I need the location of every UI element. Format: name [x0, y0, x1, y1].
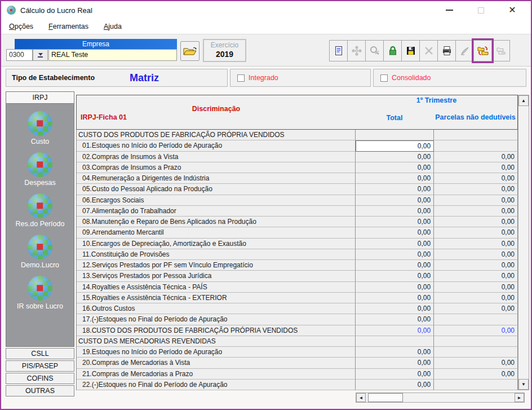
new-document-button[interactable]: [329, 40, 348, 61]
close-button[interactable]: ✕: [505, 3, 520, 17]
table-row[interactable]: 13.Serviços Prestados por Pessoa Jurídic…: [77, 271, 518, 281]
row-total-cell[interactable]: 0,00: [356, 358, 434, 368]
save-button[interactable]: [401, 40, 420, 61]
row-parcelas-cell[interactable]: 0,00: [434, 271, 518, 281]
row-total-cell[interactable]: 0,00: [356, 271, 434, 281]
sidebar-item-ir-sobre-lucro[interactable]: IR sobre Lucro: [17, 276, 63, 310]
row-parcelas-cell[interactable]: 0,00: [434, 173, 518, 184]
row-total-cell[interactable]: 0,00: [356, 227, 434, 238]
table-row[interactable]: 08.Manutenção e Reparo de Bens Aplicados…: [77, 217, 518, 227]
sidebar-item-despesas[interactable]: Despesas: [24, 152, 56, 187]
tab-irpj[interactable]: IRPJ: [6, 91, 74, 104]
table-row[interactable]: 21.Compras de Mercadorias a Prazo0,000,0…: [77, 369, 518, 380]
sidebar-item-demo-lucro[interactable]: Demo.Lucro: [21, 235, 59, 269]
section-row[interactable]: CUSTO DOS PRODUTOS DE FABRICAÇÃO PRÓPRIA…: [77, 130, 518, 140]
row-total-cell[interactable]: 0,00: [356, 249, 434, 260]
table-row[interactable]: 11.Constituição de Provisões0,000,00: [77, 249, 518, 260]
row-parcelas-cell[interactable]: 0,00: [434, 260, 518, 271]
open-company-button[interactable]: [180, 41, 200, 61]
print-button[interactable]: [437, 40, 456, 61]
menu-opcoes[interactable]: Opções: [9, 23, 33, 30]
table-row[interactable]: 07.Alimentação do Trabalhador0,000,00: [77, 206, 518, 217]
row-parcelas-cell[interactable]: 0,00: [434, 217, 518, 227]
row-total-cell[interactable]: 0,00: [356, 152, 434, 162]
row-parcelas-cell[interactable]: 0,00: [434, 325, 518, 336]
table-row[interactable]: 20.Compras de Mercadorias à Vista0,000,0…: [77, 358, 518, 368]
tab-csll[interactable]: CSLL: [6, 348, 74, 359]
table-row[interactable]: 03.Compras de Insumos a Prazo0,000,00: [77, 162, 518, 173]
section-row[interactable]: CUSTO DAS MERCADORIAS REVENDIDAS: [77, 336, 518, 347]
table-row[interactable]: 17.(-)Estoques no Final do Período de Ap…: [77, 314, 518, 325]
row-total-cell[interactable]: 0,00: [356, 303, 434, 314]
row-parcelas-cell[interactable]: [434, 380, 518, 390]
row-total-cell[interactable]: 0,00: [356, 195, 434, 206]
consolidado-checkbox[interactable]: [380, 74, 388, 82]
tab-pis-pasep[interactable]: PIS/PASEP: [6, 360, 74, 372]
row-parcelas-cell[interactable]: 0,00: [434, 152, 518, 162]
row-total-cell[interactable]: 0,00: [356, 173, 434, 184]
empresa-code-field[interactable]: 0300: [6, 49, 33, 61]
menu-ferramentas[interactable]: Ferramentas: [48, 23, 88, 30]
table-row[interactable]: 10.Encargos de Depreciação, Amortização …: [77, 239, 518, 249]
table-row[interactable]: 14.Royalties e Assistência Técnica - PAÍ…: [77, 282, 518, 293]
row-total-cell[interactable]: 0,00: [356, 217, 434, 227]
vertical-scrollbar[interactable]: ▲ ▼: [518, 95, 529, 390]
scroll-up-button[interactable]: ▲: [518, 95, 529, 106]
row-total-cell[interactable]: 0,00: [356, 162, 434, 173]
integrado-checkbox[interactable]: [237, 74, 245, 82]
row-parcelas-cell[interactable]: 0,00: [434, 358, 518, 368]
table-row[interactable]: 18.CUSTO DOS PRODUTOS DE FABRICAÇÃO PRÓP…: [77, 325, 518, 336]
row-parcelas-cell[interactable]: 0,00: [434, 184, 518, 195]
row-total-cell[interactable]: 0,00: [356, 369, 434, 380]
scroll-left-button[interactable]: ◄: [356, 393, 366, 402]
sidebar-item-custo[interactable]: Custo: [28, 111, 52, 146]
row-total-cell[interactable]: [356, 336, 434, 347]
row-parcelas-cell[interactable]: 0,00: [434, 195, 518, 206]
scroll-down-button[interactable]: ▼: [518, 379, 529, 390]
table-row[interactable]: 09.Arrendamento Mercantil0,000,00: [77, 227, 518, 238]
table-row[interactable]: 02.Compras de Insumos à Vista0,000,00: [77, 152, 518, 162]
row-parcelas-cell[interactable]: [434, 336, 518, 347]
table-row[interactable]: 15.Royalties e Assistência Técnica - EXT…: [77, 293, 518, 303]
row-total-cell[interactable]: 0,00: [356, 184, 434, 195]
table-row[interactable]: 04.Remuneração a Dirigentes de Indústria…: [77, 173, 518, 184]
row-total-cell[interactable]: 0,00: [356, 347, 434, 358]
table-row[interactable]: 19.Estoques no Início do Período de Apur…: [77, 347, 518, 358]
row-parcelas-cell[interactable]: 0,00: [434, 369, 518, 380]
lock-button[interactable]: [383, 40, 402, 61]
transfer-folders-button[interactable]: [473, 40, 492, 61]
row-total-cell[interactable]: 0,00: [356, 314, 434, 325]
row-total-cell[interactable]: 0,00: [356, 293, 434, 303]
menu-ajuda[interactable]: Ajuda: [104, 23, 122, 30]
table-row[interactable]: 06.Encargos Sociais0,000,00: [77, 195, 518, 206]
table-row[interactable]: 05.Custo do Pessoal Aplicado na Produção…: [77, 184, 518, 195]
sidebar-item-res-do-periodo[interactable]: Res.do Período: [16, 193, 65, 228]
minimize-button[interactable]: [442, 3, 456, 17]
table-row[interactable]: 22.(-)Estoques no Final do Período de Ap…: [77, 380, 518, 390]
row-parcelas-cell[interactable]: 0,00: [434, 206, 518, 217]
row-total-cell[interactable]: 0,00: [356, 260, 434, 271]
horizontal-scroll-thumb[interactable]: [368, 393, 403, 402]
row-parcelas-cell[interactable]: 0,00: [434, 162, 518, 173]
row-total-cell[interactable]: 0,00: [356, 325, 434, 336]
row-parcelas-cell[interactable]: [434, 130, 518, 140]
row-parcelas-cell[interactable]: 0,00: [434, 249, 518, 260]
row-parcelas-cell[interactable]: 0,00: [434, 227, 518, 238]
row-parcelas-cell[interactable]: 0,00: [434, 303, 518, 314]
tab-cofins[interactable]: COFINS: [6, 373, 74, 384]
row-parcelas-cell[interactable]: [434, 314, 518, 325]
tab-outras[interactable]: OUTRAS: [6, 385, 74, 396]
table-row[interactable]: 01.Estoques no Início do Período de Apur…: [77, 140, 518, 151]
row-parcelas-cell[interactable]: [434, 347, 518, 358]
row-parcelas-cell[interactable]: 0,00: [434, 239, 518, 249]
row-total-cell[interactable]: 0,00: [356, 380, 434, 390]
row-total-cell[interactable]: 0,00: [356, 140, 434, 151]
row-total-cell[interactable]: [356, 130, 434, 140]
row-parcelas-cell[interactable]: [434, 140, 518, 151]
row-total-cell[interactable]: 0,00: [356, 206, 434, 217]
row-total-cell[interactable]: 0,00: [356, 282, 434, 293]
horizontal-scrollbar[interactable]: ◄ ►: [356, 393, 525, 403]
scroll-right-button[interactable]: ►: [515, 393, 524, 402]
row-parcelas-cell[interactable]: 0,00: [434, 282, 518, 293]
empresa-name-field[interactable]: REAL Teste: [48, 49, 177, 61]
